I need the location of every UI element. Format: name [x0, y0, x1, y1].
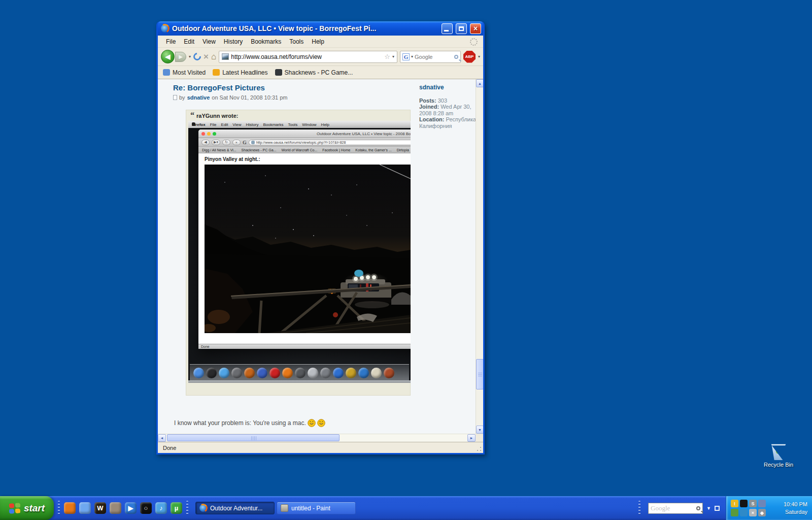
scroll-up-button[interactable]: ▲ — [476, 79, 483, 87]
quicklaunch-gimp-icon[interactable] — [110, 502, 121, 514]
google-search-box[interactable]: Google — [648, 503, 703, 514]
tray-security-shield-icon[interactable]: ! — [731, 500, 738, 507]
taskband-handle[interactable] — [186, 501, 188, 516]
bookmark-most-visited[interactable]: Most Visited — [163, 69, 206, 76]
quicklaunch-show-desktop-icon[interactable] — [79, 502, 91, 514]
firefox-icon — [199, 504, 207, 512]
quicklaunch-warcraft-icon[interactable]: W — [94, 502, 106, 514]
menu-item[interactable]: Bookmarks — [247, 37, 285, 47]
deskband-search-icon[interactable] — [696, 506, 700, 510]
photo-caption: Pinyon Valley at night.: — [205, 156, 260, 162]
maximize-button[interactable] — [456, 23, 467, 34]
dock-toast-icon — [244, 368, 255, 378]
reload-button[interactable] — [192, 51, 202, 62]
browser-content: Re: BorregoFest Pictures by sdnative on … — [158, 79, 483, 434]
dock-mascot-icon — [384, 368, 394, 378]
url-dropdown-icon[interactable]: ▾ — [392, 54, 394, 59]
vertical-scroll-thumb[interactable] — [476, 359, 483, 389]
search-bar[interactable]: G ▾ — [400, 51, 461, 63]
mac-dock — [188, 360, 411, 383]
firefox-icon — [161, 24, 169, 32]
scroll-down-button[interactable]: ▼ — [476, 426, 483, 434]
dock-finder-icon — [193, 368, 204, 378]
profile-username[interactable]: sdnative — [419, 84, 476, 91]
minimize-button[interactable] — [442, 23, 453, 34]
scroll-left-button[interactable]: ◄ — [158, 434, 166, 442]
bookmark-shacknews[interactable]: Shacknews - PC Game... — [275, 69, 353, 76]
deskband-window-icon[interactable] — [715, 506, 720, 511]
stop-button[interactable]: × — [204, 52, 209, 61]
horizontal-scroll-track[interactable] — [166, 434, 467, 442]
recycle-bin-icon[interactable]: ♻ — [771, 444, 786, 460]
dock-torrent-icon — [257, 368, 267, 378]
tray-steam-icon[interactable] — [740, 500, 748, 507]
recycle-bin[interactable]: ♻ Recycle Bin — [760, 444, 797, 468]
window-titlebar[interactable]: Outdoor Adventure USA, LLC • View topic … — [158, 21, 483, 36]
mac-toolbar: ◀ ▶▾ ↻ × G http://www.oausa.net/forums/v… — [198, 138, 411, 147]
author-link[interactable]: sdnative — [187, 94, 210, 101]
bookmark-label: Most Visited — [173, 69, 206, 76]
google-logo-icon: G — [402, 53, 410, 60]
menu-item[interactable]: Help — [308, 37, 328, 47]
dock-firefox-icon — [282, 368, 293, 378]
mac-menu-item: Edit — [221, 122, 228, 127]
start-button[interactable]: start — [0, 496, 54, 520]
search-icon[interactable] — [454, 55, 458, 59]
menu-item[interactable]: View — [198, 37, 220, 47]
forward-button[interactable]: ▶ — [175, 52, 186, 62]
close-icon: × — [473, 25, 478, 32]
taskbar-window-paint[interactable]: untitled - Paint — [277, 502, 356, 514]
quicklaunch-handle[interactable] — [58, 501, 60, 516]
horizontal-scrollbar[interactable]: ◄ ► — [158, 434, 483, 442]
search-engine-dropdown-icon[interactable]: ▾ — [411, 54, 413, 59]
tray-messenger-icon[interactable]: S — [749, 500, 757, 507]
clock-day: Saturday — [784, 508, 807, 516]
quote-block: “ raYGunn wrote: FirefoxFileEditViewHist… — [186, 110, 411, 396]
menu-item[interactable]: History — [220, 37, 247, 47]
tray-volume-icon[interactable] — [758, 500, 766, 507]
bookmark-icon — [275, 69, 282, 76]
quicklaunch-itunes-icon[interactable]: ♪ — [155, 502, 167, 514]
post-page-icon[interactable] — [173, 95, 177, 100]
mac-minimize-icon — [207, 132, 211, 136]
tray-scheduler-icon[interactable]: ◆ — [758, 509, 766, 516]
history-dropdown-icon[interactable]: ▾ — [189, 54, 191, 59]
mac-forward-icon: ▶▾ — [212, 140, 220, 145]
window-title: Outdoor Adventure USA, LLC • View topic … — [172, 24, 438, 32]
bookmark-latest-headlines[interactable]: Latest Headlines — [213, 69, 267, 76]
deskband-dropdown-icon[interactable]: ▼ — [706, 506, 711, 511]
resize-grip[interactable] — [476, 446, 482, 452]
recycle-bin-label: Recycle Bin — [760, 462, 797, 468]
quicklaunch-utorrent-icon[interactable]: µ — [171, 502, 182, 514]
back-button[interactable]: ◀ — [161, 50, 175, 63]
forum-page: Re: BorregoFest Pictures by sdnative on … — [158, 79, 476, 434]
menu-item[interactable]: Tools — [285, 37, 308, 47]
url-input[interactable] — [231, 53, 382, 60]
toolbar-overflow-icon[interactable]: ▾ — [478, 54, 480, 59]
tray-backup-icon[interactable] — [740, 509, 748, 516]
horizontal-scroll-thumb[interactable] — [167, 434, 340, 441]
search-input[interactable] — [415, 54, 453, 60]
bookmark-label: Latest Headlines — [222, 69, 267, 76]
taskbar-window-firefox[interactable]: Outdoor Adventur... — [195, 502, 275, 514]
close-button[interactable]: × — [470, 23, 481, 34]
quicklaunch-steam-icon[interactable]: ○ — [140, 502, 152, 514]
url-bar[interactable]: ☆ ▾ — [219, 51, 397, 63]
adblock-icon[interactable]: ABP — [463, 51, 476, 63]
menu-item[interactable]: File — [162, 37, 180, 47]
mac-menu-item: Bookmarks — [263, 122, 283, 127]
home-button[interactable]: ⌂ — [211, 52, 216, 61]
deskband-handle[interactable] — [638, 501, 640, 516]
tray-safely-remove-icon[interactable]: × — [749, 509, 757, 516]
mac-titlebar: Outdoor Adventure USA, LLC • View topic … — [198, 129, 411, 138]
quicklaunch-media-player-icon[interactable]: ▶ — [125, 502, 137, 514]
menu-item[interactable]: Edit — [180, 37, 198, 47]
vertical-scrollbar[interactable]: ▲ ▼ — [476, 79, 483, 434]
quicklaunch-firefox-icon[interactable] — [64, 502, 76, 514]
bookmark-star-icon[interactable]: ☆ — [384, 53, 390, 60]
taskbar-clock[interactable]: 10:40 PM Saturday — [784, 501, 812, 516]
tray-nvidia-icon[interactable] — [731, 509, 738, 516]
mac-favicon — [251, 141, 255, 144]
mac-menu-item: File — [210, 122, 217, 127]
scroll-right-button[interactable]: ► — [467, 434, 476, 442]
